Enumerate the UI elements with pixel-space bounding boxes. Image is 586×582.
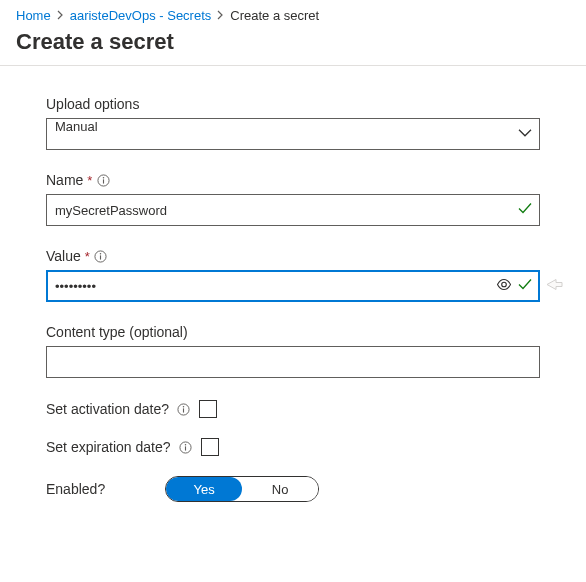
field-activation-date: Set activation date? (46, 400, 540, 418)
value-input[interactable] (46, 270, 540, 302)
enabled-label: Enabled? (46, 481, 105, 497)
breadcrumb: Home aaristeDevOps - Secrets Create a se… (0, 0, 586, 29)
svg-point-4 (100, 252, 101, 253)
breadcrumb-vault[interactable]: aaristeDevOps - Secrets (70, 8, 212, 23)
svg-rect-5 (100, 255, 101, 259)
enabled-toggle: Yes No (165, 476, 319, 502)
content-type-input[interactable] (46, 346, 540, 378)
svg-point-1 (103, 176, 104, 177)
expiration-date-checkbox[interactable] (201, 438, 219, 456)
required-asterisk: * (87, 173, 92, 188)
eye-icon[interactable] (496, 279, 512, 294)
field-content-type: Content type (optional) (46, 324, 540, 378)
value-label: Value (46, 248, 81, 264)
info-icon[interactable] (177, 402, 191, 416)
divider (0, 65, 586, 66)
chevron-right-icon (217, 10, 224, 22)
name-label: Name (46, 172, 83, 188)
field-value: Value * (46, 248, 540, 302)
svg-point-11 (185, 443, 186, 444)
breadcrumb-current: Create a secret (230, 8, 319, 23)
checkmark-icon (518, 279, 532, 294)
enabled-yes-button[interactable]: Yes (166, 477, 242, 501)
page-title: Create a secret (0, 29, 586, 65)
checkmark-icon (518, 203, 532, 218)
field-enabled: Enabled? Yes No (46, 476, 540, 502)
chevron-right-icon (57, 10, 64, 22)
info-icon[interactable] (96, 173, 110, 187)
svg-rect-2 (103, 179, 104, 183)
activation-date-label: Set activation date? (46, 401, 169, 417)
info-icon[interactable] (94, 249, 108, 263)
content-type-label: Content type (optional) (46, 324, 540, 340)
info-icon[interactable] (179, 440, 193, 454)
name-input[interactable] (46, 194, 540, 226)
svg-point-6 (502, 282, 507, 287)
create-secret-form: Upload options Manual Name * Value * (0, 96, 586, 502)
field-expiration-date: Set expiration date? (46, 438, 540, 456)
activation-date-checkbox[interactable] (199, 400, 217, 418)
upload-options-select[interactable]: Manual (46, 118, 540, 150)
field-upload-options: Upload options Manual (46, 96, 540, 150)
svg-rect-9 (183, 408, 184, 412)
breadcrumb-home[interactable]: Home (16, 8, 51, 23)
required-asterisk: * (85, 249, 90, 264)
upload-options-label: Upload options (46, 96, 540, 112)
cursor-indicator-icon (544, 278, 564, 295)
svg-point-8 (183, 405, 184, 406)
svg-rect-12 (185, 446, 186, 450)
enabled-no-button[interactable]: No (242, 477, 318, 501)
field-name: Name * (46, 172, 540, 226)
expiration-date-label: Set expiration date? (46, 439, 171, 455)
